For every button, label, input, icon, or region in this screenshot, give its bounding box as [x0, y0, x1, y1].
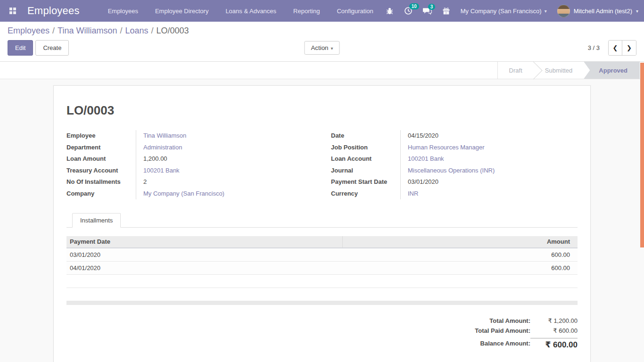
vertical-scrollbar-thumb[interactable]: [640, 63, 644, 247]
field-label-treasury-account: Treasury Account: [66, 165, 136, 177]
field-value-installments: 2: [136, 176, 147, 188]
main-menu: Employees Employee Directory Loans & Adv…: [108, 8, 373, 15]
chevron-down-icon: ▾: [331, 46, 333, 51]
pager-next-button[interactable]: ❯: [622, 41, 636, 55]
stage-approved[interactable]: Approved: [584, 62, 640, 79]
chevron-left-icon: ❮: [613, 44, 618, 51]
cell-payment-date: 04/01/2020: [66, 262, 342, 274]
field-value-department[interactable]: Administration: [136, 142, 182, 154]
table-header: Payment Date Amount: [66, 236, 578, 248]
menu-employee-directory[interactable]: Employee Directory: [155, 8, 208, 15]
menu-reporting[interactable]: Reporting: [293, 8, 320, 15]
field-value-loan-account[interactable]: 100201 Bank: [401, 153, 444, 165]
app-title: Employees: [27, 5, 80, 17]
action-dropdown-button[interactable]: Action▾: [304, 41, 339, 55]
menu-employees[interactable]: Employees: [108, 8, 138, 15]
tab-strip: Installments: [66, 213, 578, 228]
breadcrumb-employees[interactable]: Employees: [8, 26, 50, 35]
total-paid-amount-row: Total Paid Amount: ₹ 600.00: [66, 326, 578, 336]
table-empty-row: [66, 275, 578, 288]
apps-menu-button[interactable]: [5, 0, 21, 22]
pager: ❮ ❯: [608, 40, 636, 56]
breadcrumb-current: LO/0003: [157, 26, 189, 35]
field-label-employee: Employee: [66, 130, 136, 142]
field-column-left: EmployeeTina Williamson DepartmentAdmini…: [66, 130, 313, 199]
control-panel: Employees/Tina Williamson/Loans/LO/0003 …: [0, 22, 644, 62]
pager-previous-button[interactable]: ❮: [609, 41, 622, 55]
field-value-loan-amount: 1,200.00: [136, 153, 167, 165]
gift-icon[interactable]: [442, 7, 450, 15]
field-group: EmployeeTina Williamson DepartmentAdmini…: [66, 130, 578, 199]
cell-amount: 600.00: [342, 262, 578, 274]
field-value-payment-start-date: 03/01/2020: [401, 176, 438, 188]
chevron-down-icon: ▾: [636, 8, 638, 14]
cell-amount: 600.00: [342, 248, 578, 261]
apps-grid-icon: [9, 8, 16, 14]
chevron-down-icon: ▾: [545, 8, 547, 14]
record-title: LO/0003: [66, 103, 578, 118]
total-amount-label: Total Amount:: [489, 317, 530, 324]
edit-button[interactable]: Edit: [8, 40, 33, 56]
field-label-department: Department: [66, 142, 136, 154]
field-label-job-position: Job Position: [331, 142, 401, 154]
total-paid-amount-value: ₹ 600.00: [530, 327, 578, 334]
company-switcher[interactable]: My Company (San Francisco) ▾: [461, 8, 547, 15]
notebook: Installments Payment Date Amount 03/01/2…: [66, 213, 578, 351]
top-navbar: Employees Employees Employee Directory L…: [0, 0, 644, 22]
table-row[interactable]: 03/01/2020 600.00: [66, 248, 578, 262]
cell-payment-date: 03/01/2020: [66, 248, 342, 261]
balance-amount-row: Balance Amount: ₹ 600.00: [66, 336, 578, 351]
debug-bug-icon[interactable]: [386, 7, 394, 15]
tab-installments[interactable]: Installments: [72, 213, 121, 228]
breadcrumb: Employees/Tina Williamson/Loans/LO/0003: [8, 26, 636, 36]
breadcrumb-loans[interactable]: Loans: [125, 26, 148, 35]
company-name: My Company (San Francisco): [461, 8, 542, 15]
statusbar-row: Draft Submitted Approved: [0, 62, 644, 79]
field-column-right: Date04/15/2020 Job PositionHuman Resourc…: [331, 130, 578, 199]
stage-submitted[interactable]: Submitted: [534, 62, 584, 79]
form-view: LO/0003 EmployeeTina Williamson Departme…: [0, 79, 644, 362]
user-name: Mitchell Admin (test2): [574, 8, 632, 15]
field-label-currency: Currency: [331, 188, 401, 200]
column-header-payment-date[interactable]: Payment Date: [66, 236, 342, 247]
total-paid-amount-label: Total Paid Amount:: [475, 327, 530, 334]
breadcrumb-tina-williamson[interactable]: Tina Williamson: [58, 26, 117, 35]
field-label-payment-start-date: Payment Start Date: [331, 176, 401, 188]
totals-section: Total Amount: ₹ 1,200.00 Total Paid Amou…: [66, 316, 578, 351]
field-label-installments: No Of Installments: [66, 176, 136, 188]
menu-configuration[interactable]: Configuration: [337, 8, 373, 15]
messages-chat-icon[interactable]: 3: [423, 7, 432, 15]
field-value-treasury-account[interactable]: 100201 Bank: [136, 165, 180, 177]
statusbar: Draft Submitted Approved: [497, 62, 640, 79]
total-amount-row: Total Amount: ₹ 1,200.00: [66, 316, 578, 326]
user-avatar: [557, 5, 570, 17]
balance-amount-label: Balance Amount:: [480, 340, 530, 347]
total-amount-value: ₹ 1,200.00: [530, 317, 578, 324]
field-label-company: Company: [66, 188, 136, 200]
field-value-job-position[interactable]: Human Resources Manager: [401, 142, 485, 154]
messages-count-badge: 3: [428, 4, 436, 10]
field-value-date: 04/15/2020: [401, 130, 438, 142]
field-label-date: Date: [331, 130, 401, 142]
table-footer-bar: [66, 301, 578, 305]
form-sheet: LO/0003 EmployeeTina Williamson Departme…: [53, 85, 591, 362]
menu-loans-advances[interactable]: Loans & Advances: [225, 8, 276, 15]
field-value-company[interactable]: My Company (San Francisco): [136, 188, 224, 200]
pager-counter: 3 / 3: [588, 44, 600, 51]
field-label-loan-amount: Loan Amount: [66, 153, 136, 165]
activities-clock-icon[interactable]: 10: [404, 7, 413, 15]
field-value-employee[interactable]: Tina Williamson: [136, 130, 186, 142]
table-row[interactable]: 04/01/2020 600.00: [66, 262, 578, 275]
create-button[interactable]: Create: [35, 40, 69, 56]
balance-amount-value: ₹ 600.00: [530, 338, 578, 350]
stage-draft[interactable]: Draft: [498, 62, 534, 79]
activities-count-badge: 10: [409, 3, 419, 9]
installments-table: Payment Date Amount 03/01/2020 600.00 04…: [66, 236, 578, 305]
field-value-journal[interactable]: Miscellaneous Operations (INR): [401, 165, 495, 177]
user-menu[interactable]: Mitchell Admin (test2) ▾: [557, 5, 638, 17]
chevron-right-icon: ❯: [627, 44, 632, 51]
field-label-journal: Journal: [331, 165, 401, 177]
field-value-currency[interactable]: INR: [401, 188, 418, 200]
field-label-loan-account: Loan Account: [331, 153, 401, 165]
column-header-amount[interactable]: Amount: [342, 236, 578, 247]
